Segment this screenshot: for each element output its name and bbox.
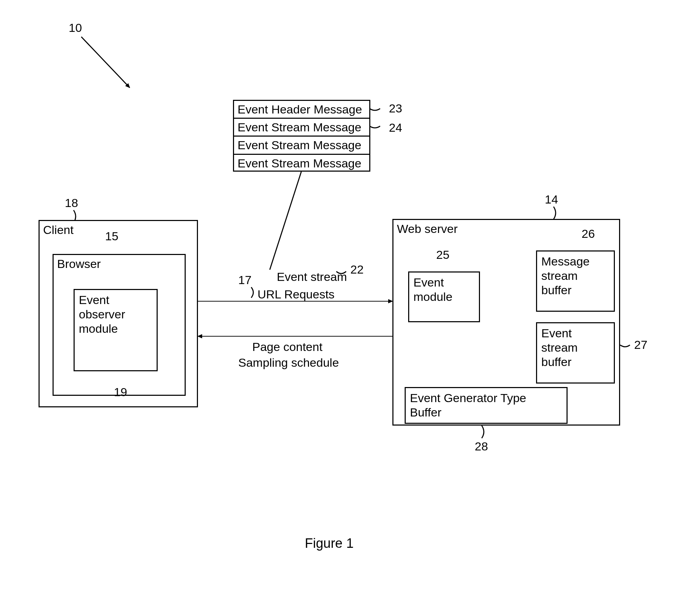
msg-stream-buffer-label: Message stream buffer [537, 251, 612, 300]
figure-caption: Figure 1 [305, 536, 354, 551]
browser-title: Browser [54, 255, 185, 273]
event-generator-buffer-box: Event Generator Type Buffer [405, 387, 568, 424]
ref-18: 18 [65, 196, 78, 210]
ref-26: 26 [582, 227, 595, 241]
event-observer-box: Event observer module [74, 289, 158, 371]
ref-10: 10 [69, 21, 82, 35]
ref-14: 14 [545, 193, 558, 206]
ref-28: 28 [475, 440, 488, 453]
url-requests-label: URL Requests [258, 287, 335, 302]
svg-line-0 [81, 37, 130, 88]
event-observer-label: Event observer module [75, 290, 153, 338]
stack-row-stream-1: Event Stream Message [234, 119, 369, 137]
event-stream-buffer-box: Event stream buffer [536, 322, 615, 384]
ref-24: 24 [389, 121, 402, 134]
event-stream-label: Event stream [277, 270, 347, 284]
stack-row-stream-2: Event Stream Message [234, 137, 369, 154]
diagram-canvas: 10 Event Header Message Event Stream Mes… [0, 0, 700, 607]
page-content-label: Page content [252, 340, 322, 354]
stack-row-header: Event Header Message [234, 101, 369, 119]
ref-19: 19 [114, 385, 127, 399]
event-module-box: Event module [408, 271, 480, 322]
msg-stream-buffer-box: Message stream buffer [536, 250, 615, 312]
ref-17: 17 [238, 273, 252, 287]
svg-line-3 [270, 172, 301, 270]
ref-22: 22 [350, 263, 364, 276]
message-stack: Event Header Message Event Stream Messag… [233, 100, 370, 172]
stack-row-stream-3: Event Stream Message [234, 155, 369, 172]
event-stream-buffer-label: Event stream buffer [537, 323, 612, 372]
sampling-schedule-label: Sampling schedule [238, 356, 339, 370]
ref-27: 27 [634, 338, 647, 352]
event-module-label: Event module [409, 273, 474, 307]
ref-15: 15 [105, 229, 118, 243]
event-generator-buffer-label: Event Generator Type Buffer [406, 388, 565, 422]
ref-25: 25 [436, 248, 449, 262]
ref-23: 23 [389, 102, 402, 115]
